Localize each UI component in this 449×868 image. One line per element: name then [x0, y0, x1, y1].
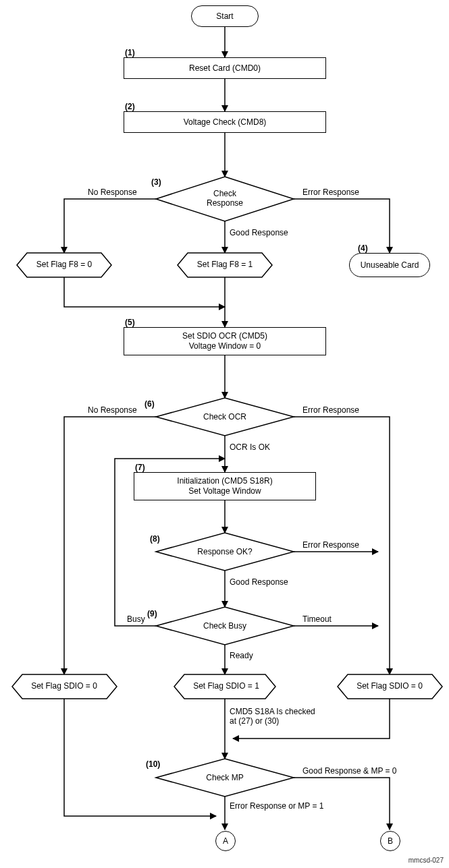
process-set-sdio-ocr: Set SDIO OCR (CMD5) Voltage Window = 0 [124, 327, 326, 355]
edge-no-response-6: No Response [88, 405, 137, 415]
edge-timeout: Timeout [302, 614, 332, 624]
svg-marker-15 [156, 607, 294, 645]
step-num-7: (7) [135, 463, 145, 472]
step-num-5: (5) [125, 318, 135, 327]
svg-marker-6 [178, 253, 272, 277]
step-num-10: (10) [146, 759, 160, 769]
note-cmd5-s18a: CMD5 S18A Is checked at (27) or (30) [230, 707, 315, 726]
svg-marker-12 [156, 533, 294, 571]
step-num-6: (6) [144, 399, 155, 409]
process-initialization: Initialization (CMD5 S18R) Set Voltage W… [134, 472, 316, 500]
step-num-1: (1) [125, 48, 135, 57]
svg-marker-18 [174, 674, 275, 699]
edge-error-response-3: Error Response [302, 187, 359, 197]
process-voltage-check: Voltage Check (CMD8) [124, 111, 326, 133]
connector-a: A [215, 831, 236, 851]
step-num-8: (8) [150, 534, 160, 544]
step-num-4: (4) [358, 243, 368, 253]
svg-marker-3 [156, 177, 294, 221]
edge-no-response-3: No Response [88, 187, 137, 197]
step-num-3: (3) [151, 177, 161, 187]
svg-marker-19 [338, 674, 442, 699]
process-reset-card: Reset Card (CMD0) [124, 57, 326, 79]
svg-marker-5 [17, 253, 111, 277]
edge-good-response-3: Good Response [230, 228, 288, 237]
diagram-id: mmcsd-027 [408, 857, 444, 864]
connector-b: B [380, 831, 400, 851]
step-num-2: (2) [125, 102, 135, 111]
edge-ready: Ready [230, 651, 253, 660]
svg-marker-9 [156, 398, 294, 436]
terminator-start: Start [191, 5, 259, 27]
terminator-unuseable: Unuseable Card [349, 253, 430, 277]
flowchart-canvas: Start (1) Reset Card (CMD0) (2) Voltage … [0, 0, 449, 868]
svg-marker-21 [156, 759, 294, 797]
edge-good-response-8: Good Response [230, 577, 288, 587]
svg-marker-17 [12, 674, 117, 699]
edge-error-response-8: Error Response [302, 540, 359, 550]
edge-error-response-6: Error Response [302, 405, 359, 415]
step-num-9: (9) [147, 609, 157, 618]
edge-good-mp0: Good Response & MP = 0 [302, 766, 397, 776]
edge-ocr-ok: OCR Is OK [230, 442, 270, 452]
edge-err-mp1: Error Response or MP = 1 [230, 801, 324, 811]
edge-busy: Busy [127, 614, 145, 624]
